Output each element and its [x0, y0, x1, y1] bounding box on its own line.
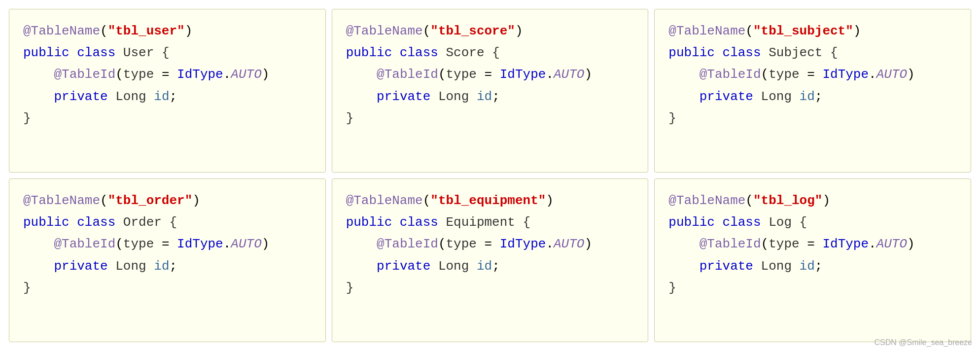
table-id-annotation: @TableId(type = IdType.AUTO): [668, 233, 957, 255]
closing-brace: }: [346, 107, 634, 129]
equipment-card: @TableName("tbl_equipment") public class…: [332, 178, 649, 342]
id-field: private Long id;: [346, 255, 634, 277]
code-grid: @TableName("tbl_user") public class User…: [5, 5, 975, 346]
table-id-annotation: @TableId(type = IdType.AUTO): [23, 233, 312, 255]
closing-brace: }: [23, 107, 312, 129]
closing-brace: }: [23, 277, 312, 299]
class-declaration: public class Equipment {: [346, 211, 634, 233]
id-field: private Long id;: [668, 86, 957, 107]
table-name-annotation: @TableName("tbl_user"): [23, 20, 312, 42]
table-id-annotation: @TableId(type = IdType.AUTO): [346, 233, 634, 255]
class-declaration: public class Order {: [23, 211, 312, 233]
class-declaration: public class Score {: [346, 42, 634, 64]
table-name-annotation: @TableName("tbl_subject"): [668, 20, 957, 42]
order-card: @TableName("tbl_order") public class Ord…: [9, 178, 326, 342]
table-name-annotation: @TableName("tbl_score"): [346, 20, 634, 42]
user-card: @TableName("tbl_user") public class User…: [9, 9, 326, 173]
closing-brace: }: [668, 107, 957, 129]
class-declaration: public class User {: [23, 42, 312, 64]
subject-card: @TableName("tbl_subject") public class S…: [654, 9, 971, 173]
table-name-annotation: @TableName("tbl_order"): [23, 190, 312, 211]
watermark: CSDN @Smile_sea_breeze: [874, 338, 972, 347]
table-id-annotation: @TableId(type = IdType.AUTO): [23, 64, 312, 85]
class-declaration: public class Subject {: [668, 42, 957, 64]
closing-brace: }: [668, 277, 957, 299]
id-field: private Long id;: [23, 86, 312, 107]
closing-brace: }: [346, 277, 634, 299]
id-field: private Long id;: [346, 86, 634, 107]
id-field: private Long id;: [23, 255, 312, 277]
table-id-annotation: @TableId(type = IdType.AUTO): [346, 64, 634, 85]
score-card: @TableName("tbl_score") public class Sco…: [332, 9, 649, 173]
id-field: private Long id;: [668, 255, 957, 277]
table-id-annotation: @TableId(type = IdType.AUTO): [668, 64, 957, 85]
class-declaration: public class Log {: [668, 211, 957, 233]
table-name-annotation: @TableName("tbl_log"): [668, 190, 957, 211]
table-name-annotation: @TableName("tbl_equipment"): [346, 190, 634, 211]
log-card: @TableName("tbl_log") public class Log {…: [654, 178, 971, 342]
